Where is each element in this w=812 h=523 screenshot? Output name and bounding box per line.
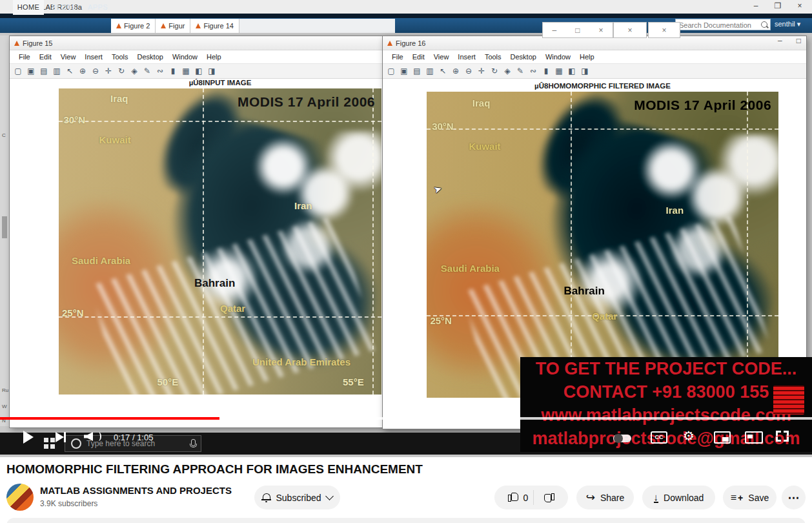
- close-icon[interactable]: ×: [790, 1, 809, 10]
- channel-avatar[interactable]: [6, 484, 34, 511]
- user-menu[interactable]: senthil ▾: [775, 20, 800, 28]
- figure-menu-item[interactable]: Desktop: [137, 53, 163, 61]
- print-figure-icon[interactable]: ▥: [425, 66, 435, 76]
- red-sticker: [773, 385, 804, 415]
- figure-menu-item[interactable]: View: [61, 53, 76, 61]
- divider: [533, 490, 534, 505]
- tab-apps[interactable]: APPS: [85, 0, 111, 15]
- new-figure-icon[interactable]: ▢: [386, 66, 396, 76]
- figure-tab-truncated[interactable]: Figur: [156, 19, 190, 33]
- minimize-icon[interactable]: –: [746, 1, 766, 10]
- save-button[interactable]: ≡ + Save: [723, 486, 776, 509]
- fullscreen-icon[interactable]: [776, 431, 789, 442]
- figure-menu-item[interactable]: Tools: [485, 53, 502, 61]
- figure-menu-item[interactable]: Tools: [112, 53, 128, 61]
- data-cursor-icon[interactable]: ◈: [129, 66, 139, 76]
- rotate-3d-icon[interactable]: ↻: [116, 66, 127, 76]
- theater-mode-icon[interactable]: [745, 431, 763, 444]
- link-plot-icon[interactable]: ∾: [155, 66, 165, 76]
- video-player[interactable]: MATLAB R2018a – ❐ × HOME PLOTS APPS Figu…: [0, 0, 812, 457]
- play-icon[interactable]: [23, 431, 34, 444]
- channel-name[interactable]: MATLAB ASSIGNMENTS AND PROJECTS: [40, 485, 232, 496]
- tab-home[interactable]: HOME: [13, 0, 44, 15]
- zoom-out-icon[interactable]: ⊖: [463, 66, 474, 76]
- settings-gear-icon[interactable]: ⚙: [683, 428, 695, 444]
- download-button[interactable]: ↓ Download: [642, 486, 715, 509]
- minimize-icon[interactable]: –: [778, 36, 782, 45]
- time-display: 0:17 / 1:05: [114, 433, 153, 442]
- next-icon[interactable]: [56, 432, 64, 442]
- description-box[interactable]: [6, 518, 806, 523]
- subscribed-button[interactable]: Subscribed: [254, 486, 340, 509]
- pan-icon[interactable]: ✛: [476, 66, 487, 76]
- thumbs-up-icon[interactable]: [508, 493, 519, 502]
- rotate-3d-icon[interactable]: ↻: [489, 66, 500, 76]
- restore-icon[interactable]: ❐: [768, 1, 787, 10]
- zoom-out-icon[interactable]: ⊖: [90, 66, 101, 76]
- figure-menu-item[interactable]: Insert: [458, 53, 476, 61]
- open-file-icon[interactable]: ▣: [26, 66, 36, 76]
- search-documentation-input[interactable]: Search Documentation: [675, 19, 771, 30]
- more-actions-button[interactable]: ⋯: [782, 486, 806, 509]
- dropdown-icon: ▾: [797, 20, 801, 28]
- print-figure-icon[interactable]: ▥: [52, 66, 62, 76]
- close-icon[interactable]: ×: [662, 26, 666, 35]
- matlab-figure-icon: [196, 23, 201, 28]
- figure-tab-2[interactable]: Figure 2: [111, 19, 156, 33]
- figure-tab-14[interactable]: Figure 14: [190, 19, 239, 33]
- zoom-in-icon[interactable]: ⊕: [451, 66, 461, 76]
- figure-menu-item[interactable]: Help: [207, 53, 221, 61]
- edit-plot-icon[interactable]: ↖: [65, 66, 75, 76]
- close-icon[interactable]: ×: [598, 26, 603, 35]
- new-figure-icon[interactable]: ▢: [13, 66, 23, 76]
- figure-menu-item[interactable]: File: [19, 53, 30, 61]
- brush-icon[interactable]: ✎: [515, 66, 525, 76]
- insert-colorbar-icon[interactable]: ▮: [168, 66, 178, 76]
- open-file-icon[interactable]: ▣: [399, 66, 409, 76]
- gridline-25n: [59, 316, 381, 318]
- link-plot-icon[interactable]: ∾: [528, 66, 538, 76]
- figure-menu-item[interactable]: File: [392, 53, 403, 61]
- label-iraq: Iraq: [472, 97, 491, 108]
- figure-menu-item[interactable]: Help: [580, 53, 594, 61]
- matlab-titlebar: MATLAB R2018a: [0, 0, 812, 14]
- figure-menu-item[interactable]: Insert: [85, 53, 103, 61]
- tab-plots[interactable]: PLOTS: [44, 0, 85, 15]
- data-cursor-icon[interactable]: ◈: [502, 66, 513, 76]
- maximize-icon[interactable]: □: [575, 26, 580, 35]
- show-plot-tools-icon[interactable]: ◨: [207, 66, 217, 76]
- autoplay-toggle[interactable]: [613, 435, 631, 442]
- scrollbar-thumb[interactable]: [2, 216, 7, 238]
- gridline-50e: [571, 92, 572, 398]
- thumbs-down-icon[interactable]: [543, 493, 554, 502]
- minimize-icon[interactable]: –: [553, 26, 557, 35]
- figure-menu-item[interactable]: Window: [172, 53, 198, 61]
- edit-plot-icon[interactable]: ↖: [438, 66, 448, 76]
- zoom-in-icon[interactable]: ⊕: [77, 66, 88, 76]
- figure-menu-item[interactable]: View: [434, 53, 449, 61]
- brush-icon[interactable]: ✎: [142, 66, 152, 76]
- figure-menu-item[interactable]: Desktop: [511, 53, 536, 61]
- insert-legend-icon[interactable]: ▦: [554, 66, 564, 76]
- video-title: HOMOMORPHIC FILTERING APPROACH FOR IMAGE…: [6, 462, 423, 477]
- hide-plot-tools-icon[interactable]: ◧: [567, 66, 577, 76]
- hide-plot-tools-icon[interactable]: ◧: [194, 66, 204, 76]
- save-figure-icon[interactable]: ▤: [412, 66, 422, 76]
- insert-colorbar-icon[interactable]: ▮: [541, 66, 551, 76]
- save-figure-icon[interactable]: ▤: [39, 66, 49, 76]
- video-progress-bar[interactable]: [0, 417, 812, 420]
- insert-legend-icon[interactable]: ▦: [181, 66, 191, 76]
- share-button[interactable]: ↪ Share: [576, 486, 634, 509]
- close-icon[interactable]: ×: [627, 26, 632, 35]
- search-icon[interactable]: [761, 21, 767, 28]
- miniplayer-icon[interactable]: [714, 431, 731, 444]
- figure-menu-item[interactable]: Edit: [412, 53, 425, 61]
- volume-icon[interactable]: [84, 432, 93, 441]
- subtitles-icon[interactable]: CC: [651, 431, 667, 444]
- figure-menu-item[interactable]: Window: [545, 53, 571, 61]
- pan-icon[interactable]: ✛: [103, 66, 114, 76]
- figure-menu-item[interactable]: Edit: [39, 53, 52, 61]
- figure16-titlebar[interactable]: Figure 16 – □: [383, 36, 806, 50]
- maximize-icon[interactable]: □: [797, 36, 801, 45]
- show-plot-tools-icon[interactable]: ◨: [580, 66, 590, 76]
